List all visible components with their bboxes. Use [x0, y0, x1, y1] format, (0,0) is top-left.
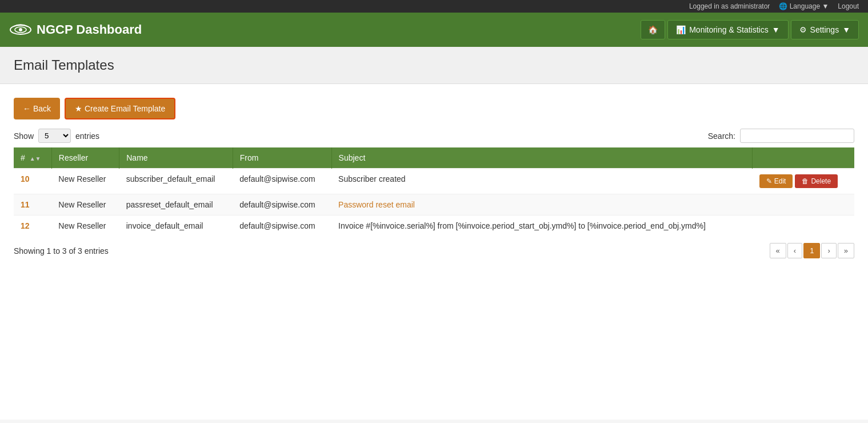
logout-link[interactable]: Logout [838, 2, 859, 10]
row-subject: Password reset email [331, 194, 753, 216]
row-from: default@sipwise.com [233, 216, 331, 237]
svg-point-2 [19, 28, 22, 31]
col-subject: Subject [331, 147, 753, 169]
page-title-bar: Email Templates [0, 47, 868, 84]
data-table: # ▲▼ Reseller Name From Subject 10 New R… [14, 147, 854, 236]
page-first-button[interactable]: « [770, 243, 786, 258]
row-name: invoice_default_email [119, 216, 233, 237]
monitoring-button[interactable]: 📊 Monitoring & Statistics ▼ [667, 20, 788, 39]
row-name: subscriber_default_email [119, 169, 233, 194]
page-current-button[interactable]: 1 [803, 243, 820, 258]
chart-icon: 📊 [676, 25, 686, 34]
table-footer: Showing 1 to 3 of 3 entries « ‹ 1 › » [14, 243, 854, 258]
row-actions: ✎ Edit 🗑 Delete [753, 169, 854, 194]
create-template-button[interactable]: ★ Create Email Template [65, 98, 175, 119]
main-nav: NGCP Dashboard 🏠 📊 Monitoring & Statisti… [0, 13, 868, 47]
showing-text: Showing 1 to 3 of 3 entries [14, 246, 109, 256]
search-box: Search: [708, 129, 854, 143]
settings-chevron-icon: ▼ [842, 25, 850, 34]
row-reseller: New Reseller [51, 194, 119, 216]
row-reseller: New Reseller [51, 169, 119, 194]
row-subject: Subscriber created [331, 169, 753, 194]
delete-button[interactable]: 🗑 Delete [795, 174, 838, 188]
entries-per-page-select[interactable]: 5 10 25 50 100 [38, 129, 71, 143]
edit-icon: ✎ [766, 177, 772, 185]
brand-name: NGCP Dashboard [37, 22, 142, 37]
col-name: Name [119, 147, 233, 169]
trash-icon: 🗑 [802, 177, 809, 185]
nav-buttons: 🏠 📊 Monitoring & Statistics ▼ ⚙ Settings… [641, 20, 859, 39]
brand: NGCP Dashboard [9, 22, 641, 38]
row-subject: Invoice #[%invoice.serial%] from [%invoi… [331, 216, 753, 237]
row-actions [753, 194, 854, 216]
row-from: default@sipwise.com [233, 194, 331, 216]
logged-in-text: Logged in as administrator [689, 2, 770, 10]
content-area: ← Back ★ Create Email Template Show 5 10… [0, 84, 868, 272]
page-next-button[interactable]: › [821, 243, 836, 258]
home-button[interactable]: 🏠 [641, 20, 665, 39]
search-input[interactable] [740, 129, 854, 143]
col-from: From [233, 147, 331, 169]
pagination: « ‹ 1 › » [770, 243, 854, 258]
row-name: passreset_default_email [119, 194, 233, 216]
row-id: 12 [14, 216, 51, 237]
page-last-button[interactable]: » [838, 243, 854, 258]
edit-button[interactable]: ✎ Edit [759, 174, 793, 188]
page-prev-button[interactable]: ‹ [787, 243, 802, 258]
col-id: # ▲▼ [14, 147, 51, 169]
search-label: Search: [708, 131, 735, 141]
home-icon: 🏠 [648, 25, 658, 34]
row-id: 11 [14, 194, 51, 216]
table-row: 11 New Reseller passreset_default_email … [14, 194, 854, 216]
back-button[interactable]: ← Back [14, 98, 60, 119]
settings-button[interactable]: ⚙ Settings ▼ [791, 20, 859, 39]
show-entries: Show 5 10 25 50 100 entries [14, 129, 99, 143]
row-from: default@sipwise.com [233, 169, 331, 194]
action-buttons: ← Back ★ Create Email Template [14, 98, 854, 119]
row-id: 10 [14, 169, 51, 194]
row-reseller: New Reseller [51, 216, 119, 237]
brand-logo [9, 22, 32, 38]
table-header: # ▲▼ Reseller Name From Subject [14, 147, 854, 169]
table-body: 10 New Reseller subscriber_default_email… [14, 169, 854, 237]
monitoring-chevron-icon: ▼ [772, 25, 780, 34]
grid-icon: ⚙ [799, 25, 807, 34]
table-controls-top: Show 5 10 25 50 100 entries Search: [14, 129, 854, 143]
language-selector[interactable]: 🌐 Language ▼ [779, 2, 829, 10]
page-wrapper: Email Templates ← Back ★ Create Email Te… [0, 47, 868, 420]
col-actions [753, 147, 854, 169]
table-row: 10 New Reseller subscriber_default_email… [14, 169, 854, 194]
col-reseller: Reseller [51, 147, 119, 169]
row-actions [753, 216, 854, 237]
page-title: Email Templates [14, 57, 854, 73]
top-bar: Logged in as administrator 🌐 Language ▼ … [0, 0, 868, 13]
table-row: 12 New Reseller invoice_default_email de… [14, 216, 854, 237]
